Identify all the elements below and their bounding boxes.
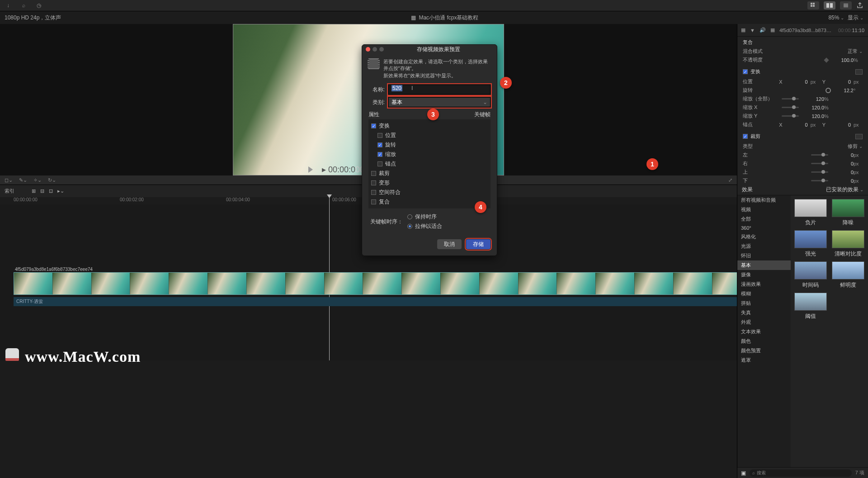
- retime-tool-icon[interactable]: ↻⌄: [48, 177, 56, 183]
- scale-y-value[interactable]: 120.0: [802, 114, 824, 119]
- layout-dual-icon[interactable]: [824, 1, 835, 9]
- crop-toggle[interactable]: ✓: [743, 134, 748, 139]
- effect-item[interactable]: 降噪: [832, 199, 865, 227]
- crop-bottom[interactable]: 0: [831, 178, 854, 184]
- color-tool-icon[interactable]: ✎⌄: [19, 177, 27, 183]
- effect-item[interactable]: 时间码: [794, 261, 827, 289]
- name-input[interactable]: 520I: [388, 85, 491, 95]
- effects-category[interactable]: 颜色: [737, 336, 791, 346]
- effects-category[interactable]: 视频: [737, 205, 791, 214]
- anchor-x[interactable]: 0: [785, 122, 808, 128]
- effects-category[interactable]: 遮罩: [737, 355, 791, 365]
- kf-stretch-radio[interactable]: [407, 224, 412, 229]
- attr-checkbox[interactable]: [371, 190, 376, 195]
- save-button[interactable]: 存储: [466, 239, 491, 249]
- keyframe-icon[interactable]: [824, 57, 829, 62]
- play-icon[interactable]: [308, 166, 313, 173]
- crop-right-slider[interactable]: [811, 163, 828, 164]
- crop-reset-icon[interactable]: [855, 134, 863, 139]
- scale-x-value[interactable]: 120.0: [802, 105, 824, 110]
- maximize-icon[interactable]: [379, 47, 384, 52]
- tl-tool-4-icon[interactable]: ▸⌄: [57, 188, 64, 194]
- crop-top-slider[interactable]: [811, 171, 828, 173]
- cancel-button[interactable]: 取消: [437, 239, 462, 249]
- inspector-audio-tab-icon[interactable]: 🔊: [760, 27, 766, 33]
- effect-item[interactable]: 清晰对比度: [832, 230, 865, 258]
- effects-category[interactable]: 颜色预置: [737, 346, 791, 355]
- effects-category[interactable]: 模糊: [737, 289, 791, 298]
- effects-category[interactable]: 风格化: [737, 232, 791, 241]
- attr-row[interactable]: 复合: [368, 197, 491, 207]
- effects-search[interactable]: ⌕搜索: [750, 469, 852, 477]
- effects-category[interactable]: 怀旧: [737, 251, 791, 260]
- fx-view-icon[interactable]: ▣: [741, 470, 746, 476]
- attr-checkbox[interactable]: [371, 171, 376, 176]
- attr-checkbox[interactable]: [377, 161, 382, 166]
- crop-type-dropdown[interactable]: 修剪: [848, 143, 863, 150]
- rotation-dial-icon[interactable]: [826, 88, 831, 93]
- position-x[interactable]: 0: [785, 79, 808, 85]
- inspector-info-tab-icon[interactable]: ▼: [750, 28, 755, 33]
- attr-checkbox[interactable]: [371, 180, 376, 185]
- effects-category[interactable]: 失真: [737, 308, 791, 317]
- rotation-value[interactable]: 12.2: [831, 88, 854, 93]
- bg-tasks-icon[interactable]: ◷: [35, 2, 42, 9]
- crop-left-slider[interactable]: [811, 154, 828, 156]
- transform-toggle[interactable]: ✓: [743, 69, 748, 74]
- layout-settings-icon[interactable]: [840, 1, 852, 9]
- display-dropdown[interactable]: 显示: [848, 14, 863, 22]
- effects-category[interactable]: 基本: [737, 260, 791, 270]
- close-icon[interactable]: [366, 47, 370, 52]
- effects-category[interactable]: 360°: [737, 224, 791, 232]
- effects-category[interactable]: 文本效果: [737, 327, 791, 336]
- keyword-icon[interactable]: ⌕: [20, 2, 27, 9]
- effects-category[interactable]: 外观: [737, 317, 791, 327]
- crop-right[interactable]: 0: [831, 161, 854, 166]
- layout-grid-icon[interactable]: [807, 1, 819, 9]
- effects-category[interactable]: 拼贴: [737, 298, 791, 308]
- crop-left[interactable]: 0: [831, 152, 854, 158]
- category-dropdown[interactable]: 基本⌄: [388, 97, 491, 107]
- scale-y-slider[interactable]: [782, 115, 799, 117]
- share-icon[interactable]: [856, 2, 863, 9]
- attr-row[interactable]: 锚点: [368, 159, 491, 169]
- effects-category[interactable]: 光源: [737, 241, 791, 251]
- fullscreen-icon[interactable]: ⤢: [728, 177, 732, 183]
- inspector-video-tab-icon[interactable]: ▦: [741, 27, 745, 33]
- effects-category[interactable]: 摄像: [737, 270, 791, 279]
- scale-all-value[interactable]: 120: [802, 96, 824, 102]
- scale-all-slider[interactable]: [782, 98, 799, 99]
- minimize-icon[interactable]: [373, 47, 377, 52]
- attr-row[interactable]: 变形: [368, 178, 491, 188]
- index-button[interactable]: 索引: [5, 188, 27, 194]
- enhance-tool-icon[interactable]: ✧⌄: [33, 177, 42, 183]
- effect-item[interactable]: 强光: [794, 230, 827, 258]
- attr-row[interactable]: 裁剪: [368, 169, 491, 178]
- effects-category[interactable]: 所有视频和音频: [737, 195, 791, 205]
- crop-top[interactable]: 0: [831, 170, 854, 175]
- attr-checkbox[interactable]: [377, 133, 382, 138]
- tl-tool-2-icon[interactable]: ⊟: [40, 188, 44, 194]
- effect-item[interactable]: 鲜明度: [832, 261, 865, 289]
- opacity-value[interactable]: 100.0: [831, 57, 854, 63]
- effect-item[interactable]: 负片: [794, 199, 827, 227]
- anchor-y[interactable]: 0: [828, 122, 851, 128]
- attr-row[interactable]: 位置: [368, 131, 491, 140]
- effects-category[interactable]: 漫画效果: [737, 279, 791, 289]
- effects-category[interactable]: 全部: [737, 214, 791, 224]
- attr-checkbox[interactable]: [371, 199, 376, 204]
- scale-x-slider[interactable]: [782, 107, 799, 108]
- attr-checkbox[interactable]: [377, 152, 382, 157]
- tl-tool-1-icon[interactable]: ⊞: [32, 188, 36, 194]
- attr-row[interactable]: 缩放: [368, 150, 491, 159]
- attr-checkbox[interactable]: [371, 123, 376, 128]
- attr-checkbox[interactable]: [377, 142, 382, 147]
- zoom-percent[interactable]: 85%: [828, 14, 844, 21]
- attr-row[interactable]: 空间符合: [368, 188, 491, 197]
- blend-mode-dropdown[interactable]: 正常: [848, 48, 863, 55]
- kf-keep-radio[interactable]: [407, 214, 412, 219]
- position-y[interactable]: 0: [828, 79, 851, 85]
- tl-tool-3-icon[interactable]: ⊡: [49, 188, 53, 194]
- transform-reset-icon[interactable]: [855, 69, 863, 75]
- attr-row[interactable]: 旋转: [368, 140, 491, 150]
